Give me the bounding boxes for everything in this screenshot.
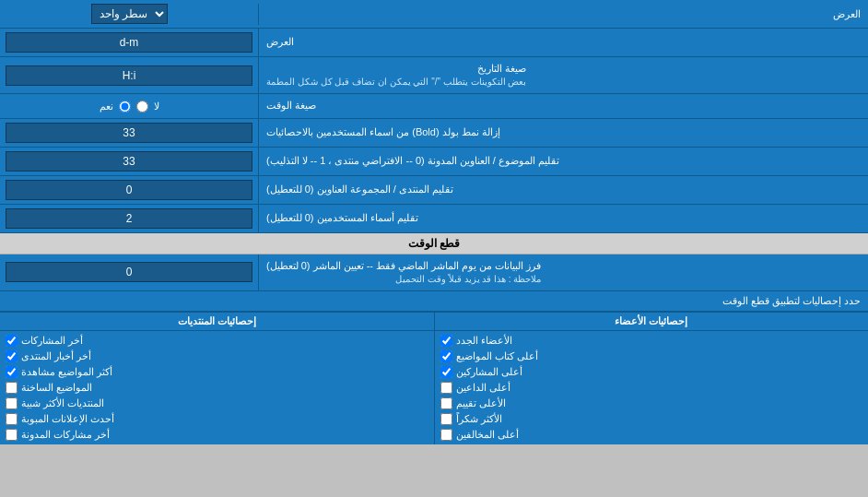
cell-spacing-label: تقليم أسماء المستخدمين (0 للتعطيل) [258, 205, 868, 232]
realtime-input-wrapper [0, 254, 258, 290]
checkbox-item: أعلى كتاب المواضيع [440, 349, 863, 364]
checkbox-item: الأعلى تقييم [440, 396, 863, 411]
time-format-input[interactable] [6, 65, 252, 86]
checkbox-item: أعلى الداعين [440, 380, 863, 396]
checkbox-item: أعلى المخالفين [440, 427, 863, 443]
date-format-label: العرض [258, 29, 868, 56]
forum-title-input-wrapper [0, 148, 258, 175]
checkbox-item: الأكثر شكراً [440, 411, 863, 427]
display-label: العرض [258, 4, 868, 25]
col1-header: إحصائيات المنتديات [0, 313, 434, 331]
realtime-input[interactable] [6, 262, 252, 282]
checkbox-item: الأعضاء الجدد [440, 333, 863, 349]
topic-title-row: إزالة نمط بولد (Bold) من اسماء المستخدمي… [0, 119, 868, 148]
checkbox-last-blog-posts[interactable] [6, 429, 18, 441]
checkbox-top-inviters[interactable] [440, 382, 452, 394]
realtime-section-header: قطع الوقت [0, 233, 868, 254]
username-limit-row: تقليم المنتدى / المجموعة العناوين (0 للت… [0, 176, 868, 205]
checkbox-item: أعلى المشاركين [440, 364, 863, 380]
checkbox-item: أخر أخبار المنتدى [6, 349, 428, 364]
col2-header: إحصائيات الأعضاء [435, 313, 869, 331]
time-format-row: صيغة التاريخ بعض التكوينات يتطلب "/" الت… [0, 57, 868, 94]
limit-label-row: حدد إحصاليات لتطبيق قطع الوقت [0, 291, 868, 312]
bold-radio-group: لا نعم [100, 101, 159, 112]
bold-remove-label: صيغة الوقت [258, 94, 868, 117]
bold-remove-row: صيغة الوقت لا نعم [0, 94, 868, 118]
checkbox-last-forum-news[interactable] [6, 350, 18, 362]
topic-title-label: إزالة نمط بولد (Bold) من اسماء المستخدمي… [258, 119, 868, 147]
cell-spacing-input[interactable] [6, 208, 252, 229]
checkbox-hot-topics[interactable] [6, 382, 18, 394]
checkbox-item: أحدث الإعلانات المبوبة [6, 411, 428, 427]
cell-spacing-row: تقليم أسماء المستخدمين (0 للتعطيل) [0, 205, 868, 233]
radio-yes-label: نعم [100, 101, 113, 112]
checkbox-highest-rated[interactable] [440, 397, 452, 409]
checkbox-most-viewed-topics[interactable] [6, 366, 18, 378]
username-limit-label: تقليم المنتدى / المجموعة العناوين (0 للت… [258, 176, 868, 204]
radio-yes[interactable] [119, 101, 131, 112]
radio-no[interactable] [136, 101, 148, 112]
date-format-input[interactable] [6, 32, 252, 53]
username-limit-input[interactable] [6, 180, 252, 200]
realtime-label: فرز البيانات من يوم الماشر الماضي فقط --… [258, 254, 868, 290]
topic-title-input[interactable] [6, 123, 252, 143]
col1-checkboxes: أخر المشاركات أخر أخبار المنتدى أكثر الم… [0, 331, 434, 444]
cell-spacing-input-wrapper [0, 205, 258, 232]
topic-title-input-wrapper [0, 119, 258, 147]
checkbox-most-thanked[interactable] [440, 413, 452, 425]
checkbox-last-posts[interactable] [6, 335, 18, 347]
forum-title-input[interactable] [6, 151, 252, 172]
forum-title-row: تقليم الموضوع / العناوين المدونة (0 -- ا… [0, 148, 868, 176]
checkbox-latest-classified-ads[interactable] [6, 413, 18, 425]
checkbox-top-posters[interactable] [440, 366, 452, 378]
date-format-row: العرض [0, 29, 868, 57]
time-format-label: صيغة التاريخ بعض التكوينات يتطلب "/" الت… [258, 57, 868, 93]
realtime-row: فرز البيانات من يوم الماشر الماضي فقط --… [0, 254, 868, 291]
radio-no-label: لا [154, 101, 159, 112]
forum-title-label: تقليم الموضوع / العناوين المدونة (0 -- ا… [258, 148, 868, 175]
checkbox-item: أخر مشاركات المدونة [6, 427, 428, 443]
checkbox-item: أخر المشاركات [6, 333, 428, 349]
checkbox-item: أكثر المواضيع مشاهدة [6, 364, 428, 380]
username-limit-input-wrapper [0, 176, 258, 204]
checkbox-most-popular-forums[interactable] [6, 397, 18, 409]
checkbox-top-topic-writers[interactable] [440, 350, 452, 362]
checkbox-top-violators[interactable] [440, 429, 452, 441]
time-format-input-wrapper [0, 57, 258, 93]
display-select[interactable]: سطر واحد سطرين ثلاثة أسطر [91, 4, 168, 24]
checkbox-item: المواضيع الساخنة [6, 380, 428, 396]
display-input-wrapper: سطر واحد سطرين ثلاثة أسطر [0, 0, 258, 28]
checkbox-new-members[interactable] [440, 335, 452, 347]
col2-checkboxes: الأعضاء الجدد أعلى كتاب المواضيع أعلى ال… [435, 331, 869, 444]
checkbox-item: المنتديات الأكثر شبية [6, 396, 428, 411]
bold-remove-input-wrapper: لا نعم [0, 94, 258, 117]
date-format-input-wrapper [0, 29, 258, 56]
